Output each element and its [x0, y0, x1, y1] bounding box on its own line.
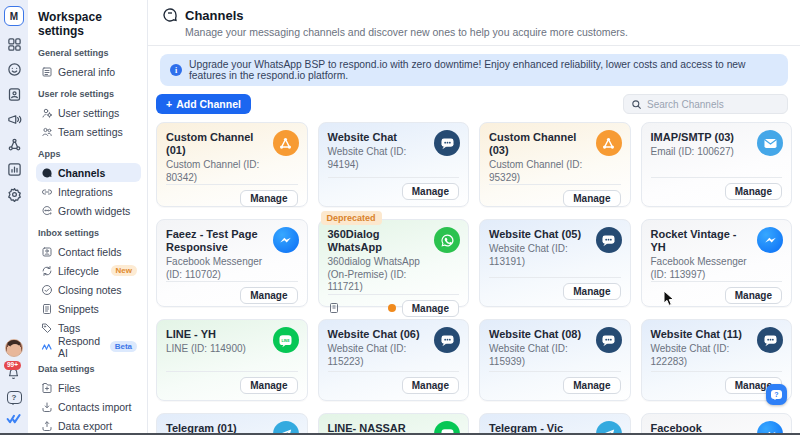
notifications-button[interactable]: 99+ — [5, 364, 23, 384]
sidebar-section-label: General settings — [38, 48, 141, 58]
manage-button[interactable]: Manage — [240, 190, 297, 207]
sidebar-section-label: User role settings — [38, 89, 141, 99]
user-avatar[interactable] — [5, 339, 23, 357]
manage-button[interactable]: Manage — [563, 283, 620, 300]
sidebar-title: Workspace settings — [38, 10, 141, 38]
sidebar-sections: General settingsGeneral infoUser role se… — [36, 48, 141, 435]
settings-sidebar: Workspace settings General settingsGener… — [28, 0, 148, 435]
banner-text: Upgrade your WhatsApp BSP to respond.io … — [189, 59, 778, 81]
whatsapp-channel-icon — [434, 227, 460, 253]
sidebar-item-growth-widgets[interactable]: Growth widgets — [36, 201, 141, 220]
sidebar-item-team-settings[interactable]: Team settings — [36, 122, 141, 141]
sidebar-item-general-info[interactable]: General info — [36, 62, 141, 81]
sidebar-item-user-settings[interactable]: User settings — [36, 103, 141, 122]
manage-button[interactable]: Manage — [240, 287, 297, 304]
sidebar-item-contacts-import[interactable]: Contacts import — [36, 397, 141, 416]
docs-icon[interactable] — [328, 302, 340, 314]
form-icon — [40, 65, 53, 78]
search-channels-box[interactable] — [623, 94, 788, 114]
channels-icon — [40, 166, 53, 179]
channel-card: Facebook Messenger - VicManage — [641, 413, 793, 435]
channel-card: Faeez - Test Page ResponsiveFacebook Mes… — [156, 219, 308, 307]
sidebar-item-contact-fields[interactable]: Contact fields — [36, 242, 141, 261]
sidebar-item-label: Integrations — [58, 186, 113, 198]
channel-card: Telegram (01)Manage — [156, 413, 308, 435]
workspace-avatar[interactable]: M — [4, 6, 24, 26]
channel-id-subtitle: Custom Channel (ID: 95329) — [489, 159, 621, 184]
chat-bubble-question-icon: ? — [771, 390, 782, 399]
sidebar-item-lifecycle[interactable]: LifecycleNew — [36, 261, 141, 280]
webchat-channel-icon — [596, 227, 622, 253]
line-channel-icon: LINE — [273, 327, 299, 353]
manage-button[interactable]: Manage — [402, 377, 459, 394]
manage-button[interactable]: Manage — [725, 183, 782, 200]
svg-text:LINE: LINE — [281, 338, 290, 342]
webchat-channel-icon — [596, 327, 622, 353]
manage-button[interactable]: Manage — [563, 190, 620, 207]
sidebar-item-label: Closing notes — [58, 284, 122, 296]
channels-header-icon — [162, 7, 178, 23]
channel-id-subtitle: Custom Channel (ID: 80342) — [166, 159, 298, 184]
help-icon[interactable]: ? — [7, 391, 22, 404]
sidebar-item-label: Respond AI — [58, 335, 105, 359]
export-icon — [40, 419, 53, 432]
settings-icon[interactable] — [6, 186, 22, 202]
broadcast-icon[interactable] — [6, 111, 22, 127]
sidebar-item-label: Files — [58, 382, 80, 394]
sidebar-item-integrations[interactable]: Integrations — [36, 182, 141, 201]
sidebar-item-label: User settings — [58, 107, 119, 119]
sidebar-item-label: General info — [58, 66, 115, 78]
sidebar-section-label: Data settings — [38, 364, 141, 374]
sidebar-item-respond-ai[interactable]: Respond AIBeta — [36, 337, 141, 356]
sidebar-item-files[interactable]: Files — [36, 378, 141, 397]
contacts-icon[interactable] — [6, 86, 22, 102]
add-channel-button[interactable]: + Add Channel — [156, 94, 251, 114]
page-header: Channels Manage your messaging channels … — [148, 0, 800, 46]
custom-channel-icon — [273, 130, 299, 156]
upgrade-banner: i Upgrade your WhatsApp BSP to respond.i… — [160, 54, 788, 86]
dashboard-icon[interactable] — [6, 36, 22, 52]
deprecated-badge: Deprecated — [321, 211, 382, 225]
sidebar-item-label: Contacts import — [58, 401, 132, 413]
warning-status-dot — [388, 304, 396, 312]
sidebar-section-label: Inbox settings — [38, 228, 141, 238]
sidebar-item-snippets[interactable]: Snippets — [36, 299, 141, 318]
manage-button[interactable]: Manage — [402, 300, 459, 317]
respond-io-logo-icon — [6, 411, 22, 429]
import-icon — [40, 400, 53, 413]
channel-card: LINE - YHLINE (ID: 114900)LINEManage — [156, 319, 308, 401]
sidebar-item-label: Growth widgets — [58, 205, 130, 217]
chat-widget-button[interactable]: ? — [766, 384, 787, 405]
channel-card: IMAP/SMTP (03)Email (ID: 100627)Manage — [641, 122, 793, 207]
sidebar-item-closing-notes[interactable]: Closing notes — [36, 280, 141, 299]
icon-rail-items — [6, 36, 22, 202]
manage-button[interactable]: Manage — [725, 287, 782, 304]
channel-card: Telegram - VicManage — [479, 413, 631, 435]
channel-card: Rocket Vintage - YHFacebook Messenger (I… — [641, 219, 793, 307]
search-icon — [631, 99, 642, 110]
channel-card: Custom Channel (03)Custom Channel (ID: 9… — [479, 122, 631, 207]
sidebar-item-label: Snippets — [58, 303, 99, 315]
integrations-icon — [40, 185, 53, 198]
search-input[interactable] — [647, 99, 780, 110]
lifecycle-icon — [40, 264, 53, 277]
channel-card: LINE- NASSARLINEManage — [318, 413, 470, 435]
manage-button[interactable]: Manage — [240, 377, 297, 394]
workflows-icon[interactable] — [6, 136, 22, 152]
channel-card: Website Chat (05)Website Chat (ID: 11319… — [479, 219, 631, 307]
manage-button[interactable]: Manage — [402, 183, 459, 200]
webchat-channel-icon — [434, 130, 460, 156]
channel-id-subtitle: Facebook Messenger (ID: 113997) — [651, 256, 783, 281]
reports-icon[interactable] — [6, 161, 22, 177]
page-subtitle: Manage your messaging channels and disco… — [185, 26, 786, 38]
sidebar-item-label: Contact fields — [58, 246, 122, 258]
messenger-channel-icon — [757, 227, 783, 253]
sidebar-item-label: Data export — [58, 420, 112, 432]
inbox-icon[interactable] — [6, 61, 22, 77]
beta-badge: Beta — [110, 341, 137, 352]
sidebar-item-channels[interactable]: Channels — [36, 163, 141, 182]
sidebar-section-label: Apps — [38, 149, 141, 159]
channel-card: Custom Channel (01)Custom Channel (ID: 8… — [156, 122, 308, 207]
snippets-icon — [40, 302, 53, 315]
manage-button[interactable]: Manage — [563, 377, 620, 394]
